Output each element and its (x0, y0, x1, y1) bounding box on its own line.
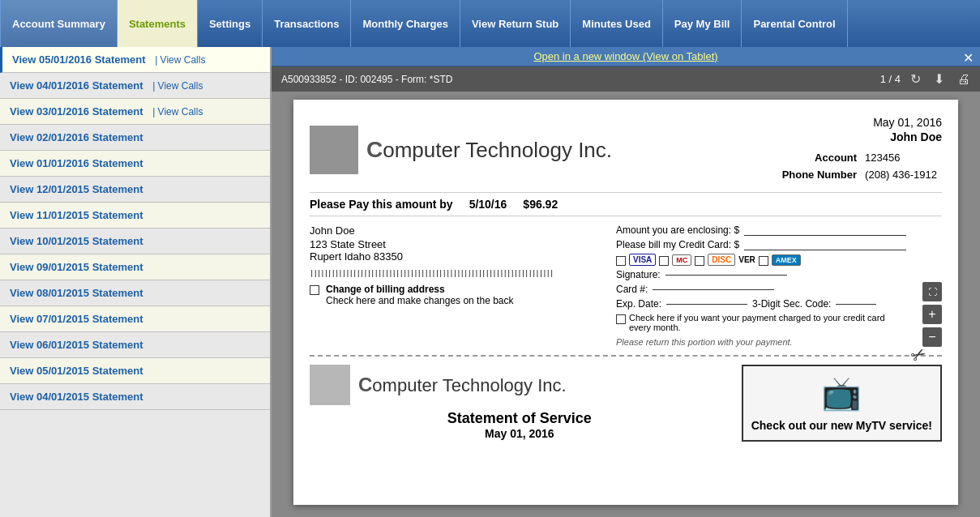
tab-statements[interactable]: Statements (118, 0, 198, 47)
open-new-window-link[interactable]: Open in a new window (View on Tablet) (533, 50, 717, 62)
view-calls-link-1[interactable]: | View Calls (152, 80, 203, 92)
monthly-charge-checkbox[interactable] (616, 314, 626, 324)
exp-date-line: Exp. Date: 3-Digit Sec. Code: (616, 298, 906, 310)
statement-item-11[interactable]: View 06/01/2015 Statement (0, 332, 270, 358)
company-logo: Computer Technology Inc. (310, 116, 612, 184)
main-layout: View 05/01/2016 Statement | View Calls V… (0, 47, 980, 517)
billing-address: John Doe 123 State Street Rupert Idaho 8… (310, 224, 600, 347)
mytv-promo-box: 📺 Check out our new MyTV service! (742, 365, 942, 442)
change-address-checkbox[interactable] (310, 285, 319, 295)
pdf-panel: Open in a new window (View on Tablet) ✕ … (272, 47, 980, 517)
statement-item-10[interactable]: View 07/01/2015 Statement (0, 306, 270, 332)
fit-zoom-button[interactable]: ⛶ (922, 282, 942, 301)
tab-view-return-stub[interactable]: View Return Stub (460, 0, 571, 47)
signature-line: Signature: (616, 269, 906, 280)
stmt-service-date: May 01, 2016 (310, 427, 730, 440)
pdf-content[interactable]: Computer Technology Inc. May 01, 2016 Jo… (272, 92, 980, 517)
stmt-company-header: Computer Technology Inc. (310, 365, 730, 405)
bill-info-right: May 01, 2016 John Doe Account 123456 Pho… (777, 116, 942, 184)
barcode: ||||||||||||||||||||||||||||||||||||||||… (310, 269, 600, 277)
statement-item-13[interactable]: View 04/01/2015 Statement (0, 384, 270, 410)
zoom-out-button[interactable]: − (922, 327, 942, 347)
statement-item-1[interactable]: View 04/01/2016 Statement | View Calls (0, 73, 270, 99)
print-icon[interactable]: 🖨 (957, 72, 970, 87)
refresh-icon[interactable]: ↻ (910, 71, 921, 87)
page-number: 1 / 4 (880, 73, 901, 85)
tab-monthly-charges[interactable]: Monthly Charges (351, 0, 460, 47)
customer-name-address: John Doe (310, 224, 600, 237)
street-address: 123 State Street (310, 238, 600, 250)
cut-line: ✂ (310, 355, 942, 357)
return-text: Please return this portion with your pay… (616, 337, 906, 347)
visa-icon: VISA (629, 254, 656, 266)
pay-by-section: Please Pay this amount by 5/10/16 $96.92 (310, 192, 942, 216)
stmt-of-service-label: Statement of Service (310, 410, 730, 427)
card-number-line: Card #: (616, 284, 906, 295)
tab-pay-my-bill[interactable]: Pay My Bill (663, 0, 742, 47)
credit-card-line: Please bill my Credit Card: $ (616, 239, 906, 250)
statement-item-6[interactable]: View 11/01/2015 Statement (0, 203, 270, 229)
pdf-page-1: Computer Technology Inc. May 01, 2016 Jo… (293, 100, 958, 505)
customer-name: John Doe (777, 130, 942, 143)
top-navigation: Account Summary Statements Settings Tran… (0, 0, 980, 47)
monthly-charge-option: Check here if you want your payment char… (616, 313, 906, 332)
tv-icon: 📺 (751, 374, 932, 412)
logo-box (310, 126, 358, 174)
zoom-controls: ⛶ + − (922, 282, 942, 347)
city-address: Rupert Idaho 83350 (310, 250, 600, 263)
statement-item-5[interactable]: View 12/01/2015 Statement (0, 177, 270, 203)
zoom-in-button[interactable]: + (922, 305, 942, 324)
tab-account-summary[interactable]: Account Summary (0, 0, 118, 47)
stmt-logo-box (310, 365, 350, 405)
statement-item-2[interactable]: View 03/01/2016 Statement | View Calls (0, 99, 270, 125)
tab-minutes-used[interactable]: Minutes Used (571, 0, 663, 47)
document-id: A500933852 - ID: 002495 - Form: *STD (281, 74, 871, 85)
statement-item-8[interactable]: View 09/01/2015 Statement (0, 254, 270, 280)
amex-icon: AMEX (772, 254, 801, 266)
mastercard-icon: MC (672, 254, 691, 266)
view-calls-link-0[interactable]: | View Calls (155, 54, 205, 66)
payment-stub: John Doe 123 State Street Rupert Idaho 8… (310, 224, 942, 347)
discover-icon: DISC (708, 254, 735, 266)
statement-section: Computer Technology Inc. Statement of Se… (310, 365, 942, 442)
pdf-toolbar-icons: ↻ ⬇ 🖨 (910, 71, 970, 87)
close-button[interactable]: ✕ (960, 50, 977, 66)
pdf-top-bar: Open in a new window (View on Tablet) ✕ (272, 47, 980, 66)
download-icon[interactable]: ⬇ (934, 71, 944, 87)
statement-item-4[interactable]: View 01/01/2016 Statement (0, 151, 270, 177)
statement-list: View 05/01/2016 Statement | View Calls V… (0, 47, 272, 517)
pdf-toolbar: A500933852 - ID: 002495 - Form: *STD 1 /… (272, 66, 980, 92)
enclosing-line: Amount you are enclosing: $ (616, 224, 906, 236)
card-icons: VISA MC DISC VER AMEX (616, 254, 906, 266)
stmt-company-name: Computer Technology Inc. (358, 374, 567, 396)
view-calls-link-2[interactable]: | View Calls (152, 106, 203, 118)
statement-item-3[interactable]: View 02/01/2016 Statement (0, 125, 270, 151)
statement-item-7[interactable]: View 10/01/2015 Statement (0, 229, 270, 254)
statement-item-9[interactable]: View 08/01/2015 Statement (0, 280, 270, 306)
company-name: Computer Technology Inc. (366, 137, 612, 163)
bill-date: May 01, 2016 (777, 116, 942, 129)
statement-item-12[interactable]: View 05/01/2015 Statement (0, 358, 270, 384)
tab-parental-control[interactable]: Parental Control (742, 0, 847, 47)
tab-transactions[interactable]: Transactions (263, 0, 351, 47)
change-address-option: Change of billing address Check here and… (310, 284, 600, 306)
tab-settings[interactable]: Settings (198, 0, 263, 47)
bill-info-table: Account 123456 Phone Number (208) 436-19… (777, 148, 942, 184)
payment-form: Amount you are enclosing: $ Please bill … (616, 224, 906, 347)
statement-item-0[interactable]: View 05/01/2016 Statement | View Calls (0, 47, 270, 73)
stmt-company: Computer Technology Inc. Statement of Se… (310, 365, 730, 442)
bill-header: Computer Technology Inc. May 01, 2016 Jo… (310, 116, 942, 184)
